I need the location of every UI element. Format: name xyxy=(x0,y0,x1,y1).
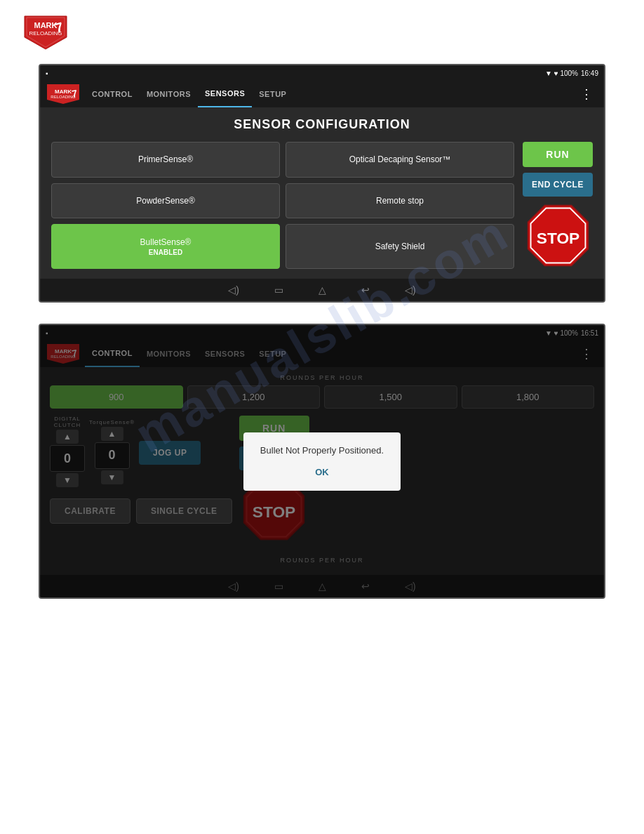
run-button-1[interactable]: RUN xyxy=(523,142,593,167)
stop-sign-svg-1: STOP xyxy=(525,202,591,269)
sensor-btn-optical[interactable]: Optical Decaping Sensor™ xyxy=(286,142,514,178)
stop-sign-1: STOP xyxy=(525,202,591,269)
svg-text:STOP: STOP xyxy=(536,229,579,247)
sensor-btn-primersense[interactable]: PrimerSense® xyxy=(51,142,280,178)
screen1-app-bar: MARK RELOADING 7 CONTROL MONITORS SENSOR… xyxy=(40,81,604,107)
sensor-btn-remote-stop[interactable]: Remote stop xyxy=(286,183,514,219)
more-menu-icon[interactable]: ⋮ xyxy=(575,86,598,102)
mark7-logo: MARK RELOADING 7 xyxy=(21,13,70,51)
time-display: 16:49 xyxy=(581,70,598,77)
screen1-content: SENSOR CONFIGURATION PrimerSense® Optica… xyxy=(40,107,604,279)
screen1-title: SENSOR CONFIGURATION xyxy=(51,117,593,132)
screen1-right-controls: RUN END CYCLE STOP xyxy=(523,142,593,269)
dialog-message: Bullet Not Properly Positioned. xyxy=(260,445,384,456)
volume-icon-1: ◁) xyxy=(228,284,239,296)
back-icon-1[interactable]: ↩ xyxy=(361,284,370,296)
sound-icon-1: ◁) xyxy=(405,284,416,296)
nav-tab-control[interactable]: CONTROL xyxy=(85,81,140,107)
sensor-btn-powdersense[interactable]: PowderSense® xyxy=(51,183,280,219)
logo-area: MARK RELOADING 7 xyxy=(0,0,644,64)
signal-status: ▼ ♥ 100% xyxy=(545,70,578,77)
dialog-box: Bullet Not Properly Positioned. OK xyxy=(243,432,401,491)
screen1-status-bar: ▪ ▼ ♥ 100% 16:49 xyxy=(40,65,604,81)
end-cycle-button-1[interactable]: END CYCLE xyxy=(523,173,593,197)
nav-tab-setup[interactable]: SETUP xyxy=(252,81,293,107)
home-icon-1[interactable]: ▭ xyxy=(274,284,283,296)
nav-tab-sensors[interactable]: SENSORS xyxy=(198,81,252,107)
sensor-buttons-grid: PrimerSense® Optical Decaping Sensor™ Po… xyxy=(51,142,514,269)
status-bar-left: ▪ xyxy=(46,70,48,77)
app-bar-logo: MARK RELOADING 7 xyxy=(46,83,81,105)
screen1: ▪ ▼ ♥ 100% 16:49 MARK RELOADING 7 CONTRO… xyxy=(39,64,605,303)
screen1-android-nav: ◁) ▭ △ ↩ ◁) xyxy=(40,279,604,301)
dialog-overlay: Bullet Not Properly Positioned. OK xyxy=(40,325,604,597)
home-button-1[interactable]: △ xyxy=(318,284,326,296)
svg-text:MARK: MARK xyxy=(55,88,72,95)
logo-container: MARK RELOADING 7 xyxy=(21,13,70,51)
screen1-nav: CONTROL MONITORS SENSORS SETUP xyxy=(85,81,575,107)
sensor-grid-area: PrimerSense® Optical Decaping Sensor™ Po… xyxy=(51,142,593,269)
dialog-ok-button[interactable]: OK xyxy=(315,467,329,477)
nav-tab-monitors[interactable]: MONITORS xyxy=(140,81,198,107)
screen2: ▪ ▼ ♥ 100% 16:51 MARK RELOADING 7 CONTRO… xyxy=(39,324,605,599)
sensor-btn-bulletsense[interactable]: BulletSense® ENABLED xyxy=(51,224,280,269)
status-icon: ▪ xyxy=(46,70,48,77)
status-bar-right: ▼ ♥ 100% 16:49 xyxy=(545,70,598,77)
sensor-btn-safety-shield[interactable]: Safety Shield xyxy=(286,224,514,269)
